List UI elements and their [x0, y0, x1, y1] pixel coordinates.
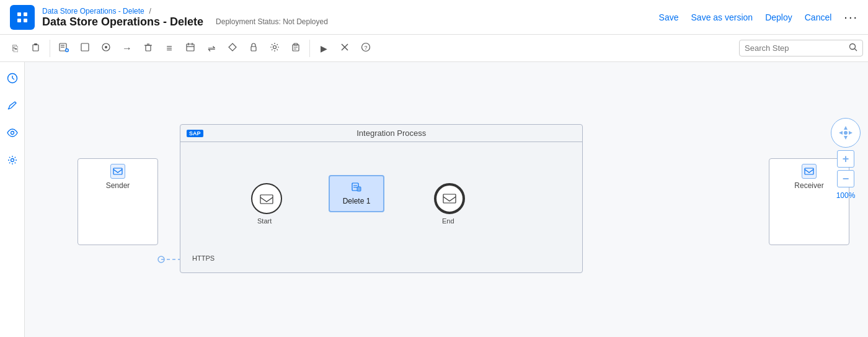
- menu-button[interactable]: ≡: [159, 38, 179, 58]
- end-node[interactable]: [434, 183, 465, 214]
- header-left: Data Store Operations - Delete / Data St…: [10, 5, 328, 30]
- canvas-area[interactable]: Sender SAP Integration Process Start: [25, 62, 868, 337]
- integration-header: SAP Integration Process: [180, 125, 582, 142]
- svg-rect-0: [17, 12, 21, 16]
- paste-icon: [31, 42, 41, 54]
- breadcrumb-link[interactable]: Data Store Operations - Delete: [42, 7, 144, 16]
- svg-point-39: [11, 159, 14, 162]
- delete-node-label: Delete 1: [343, 197, 371, 205]
- settings-button[interactable]: [265, 38, 285, 58]
- svg-marker-57: [844, 136, 848, 140]
- app-icon: [10, 5, 35, 30]
- delete-node-icon: [352, 182, 361, 194]
- arrow-button[interactable]: →: [117, 38, 137, 58]
- navigation-wheel[interactable]: [831, 118, 861, 148]
- svg-marker-56: [844, 126, 848, 130]
- breadcrumb-separator: /: [149, 7, 151, 16]
- refresh-icon: ⇌: [208, 43, 216, 54]
- svg-point-33: [850, 44, 856, 50]
- sender-label: Sender: [106, 181, 130, 190]
- main-layout: Sender SAP Integration Process Start: [0, 62, 868, 337]
- toolbar-group-2: → ≡ ⇌: [54, 38, 306, 58]
- save-as-version-button[interactable]: Save as version: [691, 12, 753, 22]
- svg-rect-4: [33, 45, 38, 51]
- deploy-status: Deployment Status: Not Deployed: [216, 17, 328, 26]
- zoom-in-button[interactable]: +: [837, 150, 854, 168]
- header: Data Store Operations - Delete / Data St…: [0, 0, 868, 35]
- sidebar-settings-icon[interactable]: [4, 151, 21, 169]
- copy-icon: ⎘: [12, 43, 18, 53]
- svg-rect-48: [113, 168, 122, 174]
- sidebar-edit-icon[interactable]: [4, 97, 21, 114]
- zoom-out-button[interactable]: −: [837, 170, 854, 187]
- calendar-icon: [185, 42, 195, 55]
- svg-rect-23: [251, 47, 256, 51]
- menu-icon: ≡: [166, 43, 172, 54]
- svg-rect-53: [357, 187, 361, 191]
- svg-point-41: [158, 256, 164, 263]
- lock-icon: [249, 42, 259, 55]
- start-label: Start: [257, 217, 272, 225]
- sidebar-eye-icon[interactable]: [4, 124, 21, 142]
- delete-icon: [143, 42, 153, 55]
- svg-rect-49: [260, 195, 273, 204]
- svg-rect-15: [146, 45, 151, 51]
- svg-rect-5: [34, 43, 37, 45]
- refresh-button[interactable]: ⇌: [202, 38, 221, 58]
- more-options-button[interactable]: ···: [844, 10, 858, 24]
- add-step-icon: [59, 42, 69, 55]
- diamond-button[interactable]: [223, 38, 242, 58]
- toolbar-group-right: ▶ ?: [314, 38, 376, 58]
- save-button[interactable]: Save: [659, 12, 679, 22]
- svg-marker-58: [839, 131, 843, 135]
- left-sidebar: [0, 62, 25, 337]
- page-title: Data Store Operations - Delete: [42, 16, 203, 29]
- svg-marker-22: [229, 43, 236, 51]
- svg-rect-12: [81, 43, 89, 51]
- svg-text:?: ?: [365, 45, 368, 51]
- box-button[interactable]: [75, 38, 95, 58]
- end-label: End: [442, 217, 454, 225]
- svg-marker-59: [849, 131, 852, 135]
- search-input[interactable]: [745, 43, 849, 53]
- play-icon: ▶: [321, 43, 327, 53]
- receiver-label: Receiver: [794, 181, 823, 190]
- help-button[interactable]: ?: [356, 38, 376, 58]
- sidebar-clock-icon[interactable]: [4, 70, 21, 87]
- diamond-icon: [228, 42, 237, 55]
- toolbar-sep-2: [309, 40, 310, 57]
- receiver-icon: [802, 164, 817, 179]
- search-submit-button[interactable]: [849, 43, 857, 53]
- calendar-button[interactable]: [180, 38, 200, 58]
- toolbar-search-area: [739, 40, 863, 56]
- search-box[interactable]: [739, 40, 863, 56]
- sender-box[interactable]: Sender: [78, 158, 158, 245]
- svg-rect-3: [24, 19, 27, 22]
- start-node[interactable]: [251, 183, 282, 214]
- toolbar-group-1: ⎘: [5, 38, 46, 58]
- svg-line-37: [12, 78, 14, 79]
- svg-point-60: [844, 131, 848, 135]
- breadcrumb: Data Store Operations - Delete / Data St…: [42, 6, 328, 29]
- delete-node[interactable]: Delete 1: [329, 175, 384, 212]
- svg-point-14: [105, 46, 107, 48]
- header-actions: Save Save as version Deploy Cancel ···: [659, 10, 858, 24]
- svg-rect-18: [187, 44, 194, 51]
- lock-button[interactable]: [244, 38, 264, 58]
- box-icon: [80, 42, 90, 55]
- deploy-button[interactable]: Deploy: [765, 12, 792, 22]
- circle-target-button[interactable]: [96, 38, 116, 58]
- cancel-button[interactable]: Cancel: [805, 12, 832, 22]
- zoom-percent: 100%: [836, 191, 856, 200]
- paste-button[interactable]: [26, 38, 46, 58]
- delete-button[interactable]: [138, 38, 158, 58]
- play-button[interactable]: ▶: [314, 38, 334, 58]
- copy-button[interactable]: ⎘: [5, 38, 25, 58]
- stop-button[interactable]: [335, 38, 355, 58]
- clipboard-button[interactable]: [286, 38, 306, 58]
- sender-icon: [110, 164, 125, 179]
- svg-rect-54: [443, 194, 456, 203]
- circle-target-icon: [101, 42, 111, 55]
- settings-icon: [270, 42, 280, 55]
- add-step-button[interactable]: [54, 38, 74, 58]
